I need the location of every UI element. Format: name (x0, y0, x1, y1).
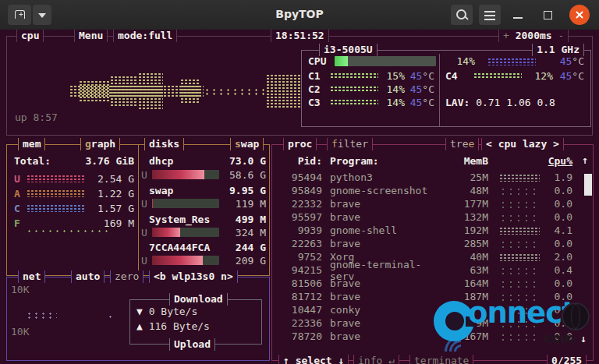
upload-label: Upload (169, 338, 215, 351)
close-button[interactable] (569, 5, 590, 25)
menu-label[interactable]: Menu (74, 30, 108, 42)
net-box-title: net (18, 270, 45, 283)
selection-counter: 0/255 (547, 355, 587, 364)
cpu-box: cpu Menu mode:full 18:51:52 + 2000ms - u… (6, 36, 593, 136)
interval-value: 2000ms (516, 30, 552, 41)
process-row[interactable]: 22332brave177M0.0 (280, 197, 572, 210)
filter-toggle[interactable]: filter (327, 138, 373, 150)
proc-scrollbar[interactable] (584, 174, 592, 196)
net-download-graph (26, 312, 57, 320)
cpu-temp-graph (487, 58, 536, 65)
mem-free-row: F 169 M (14, 217, 134, 228)
minimize-icon (513, 17, 523, 19)
menu-button[interactable] (479, 5, 501, 25)
search-button[interactable] (451, 5, 473, 25)
mem-available-row: A 1.22 G (14, 188, 134, 199)
swap-toggle[interactable]: swap (230, 138, 264, 150)
maximize-icon (544, 11, 552, 19)
tree-toggle[interactable]: tree (445, 138, 479, 150)
core-row: C4 12% 45°C (445, 70, 584, 81)
mem-cached-row: C 1.57 G (14, 203, 134, 214)
process-row[interactable]: 22263brave285M0.0 (280, 237, 572, 250)
disk-used-row: U 324 M (141, 227, 266, 238)
disk-name-row: dhcp73.0 G (149, 155, 266, 167)
disk-name-row: swap9.95 G (149, 185, 266, 196)
download-label: Download (169, 293, 228, 306)
net-io-panel: Download Upload ▼ 0 Byte/s ▲ 116 Byte/s (129, 299, 262, 345)
net-zero-toggle[interactable]: zero (110, 270, 144, 283)
mem-total: Total:3.76 GiB (14, 155, 134, 167)
select-control[interactable]: ↑ select ↓ (278, 355, 349, 364)
upload-speed: ▲ 116 Byte/s (136, 320, 210, 332)
titlebar: + BpyTOP (0, 0, 599, 30)
cpu-frequency: 1.1 GHz (532, 44, 584, 56)
load-average: LAV: 0.71 1.06 0.8 (445, 97, 555, 108)
core-row: C3 14% 45°C (308, 97, 434, 108)
process-row[interactable]: 95597brave132M0.0 (280, 210, 572, 224)
hamburger-icon (484, 11, 495, 12)
terminate-control[interactable]: terminate (409, 355, 473, 364)
sort-selector[interactable]: < cpu lazy > (481, 138, 564, 150)
disk-used-row: U 119 M (141, 198, 266, 209)
process-row[interactable]: 95849gnome-screenshot48M0.0 (280, 184, 572, 197)
uptime: up 8:57 (15, 111, 58, 123)
process-row[interactable]: 95494python325M1.9 (280, 171, 572, 184)
mem-disks-box: mem graph disks swap Total:3.76 GiB U 2.… (6, 144, 270, 276)
process-row[interactable]: 81506brave164M0.0 (280, 277, 572, 290)
bpytop-terminal: cpu Menu mode:full 18:51:52 + 2000ms - u… (0, 30, 599, 364)
process-row[interactable]: 9939gnome-shell192M4.1 (280, 224, 572, 237)
mem-box-title: mem (18, 138, 45, 150)
net-interface-switcher[interactable]: <b wlp13s0 n> (149, 270, 238, 283)
mem-free-graph (26, 229, 112, 234)
disk-used-row: U 58.6 G (141, 169, 266, 180)
maximize-button[interactable] (538, 5, 557, 25)
process-row[interactable]: 94215gnome-terminal-serv63M0.4 (280, 263, 572, 277)
proc-box: proc filter tree < cpu lazy > Pid: Progr… (271, 144, 594, 361)
graph-toggle[interactable]: graph (80, 138, 120, 150)
cpu-box-title: cpu (16, 30, 44, 42)
scroll-up-icon[interactable]: ↑ (582, 154, 588, 166)
process-row[interactable]: 81712brave187M0.0 (280, 290, 572, 303)
scroll-down-icon[interactable]: ↓ (580, 333, 587, 345)
proc-header-row: Pid: Program: MemB Cpu% (280, 154, 572, 168)
info-control[interactable]: info ↵ (353, 355, 399, 364)
minimize-button[interactable] (509, 5, 527, 25)
net-auto-toggle[interactable]: auto (71, 270, 105, 283)
interval-plus-button[interactable]: + (503, 30, 509, 41)
net-scale-bottom: 10K (11, 326, 29, 337)
core-row: C1 15% 45°C (308, 70, 434, 81)
net-box: net auto zero <b wlp13s0 n> 10K 10K Down… (6, 277, 270, 361)
process-row[interactable]: 22336brave79M0.0 (280, 316, 572, 330)
interval-minus-button[interactable]: - (558, 30, 564, 41)
download-speed: ▼ 0 Byte/s (136, 306, 197, 317)
disk-name-row: 7CCA444FCA244 G (149, 242, 266, 253)
proc-box-title: proc (283, 138, 317, 150)
cpu-panel: i3-5005U 1.1 GHz CPU 14% 45°C C1 15% 45°… (301, 50, 591, 127)
core-row: C2 14% 45°C (308, 83, 434, 94)
process-row[interactable]: 10447conky0.2 (280, 303, 572, 316)
cpu-total-label: CPU (308, 55, 335, 67)
disk-name-row: System_Res499 M (149, 214, 266, 225)
cpu-total-bar (335, 56, 436, 66)
mem-disks-divider (138, 145, 139, 275)
cpu-total-temp: 45°C (536, 55, 584, 67)
clock: 18:51:52 (271, 30, 329, 42)
process-row[interactable]: 78720brave167M0.0 (280, 330, 572, 343)
cpu-total-percent: 14% (436, 55, 475, 67)
mem-used-row: U 2.54 G (14, 173, 134, 184)
disks-title: disks (144, 138, 184, 150)
cpu-model: i3-5005U (319, 44, 377, 56)
disk-used-row: U 209 G (141, 255, 266, 266)
mode-label[interactable]: mode:full (113, 30, 177, 42)
net-scale-top: 10K (11, 284, 29, 295)
